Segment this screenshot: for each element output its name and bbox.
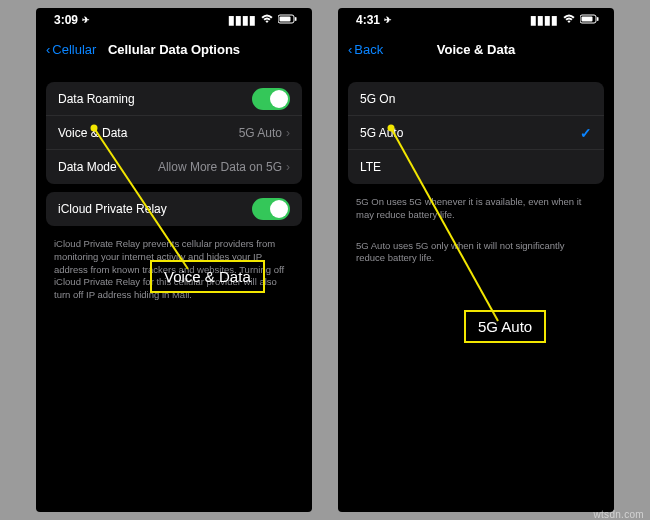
group-private-relay: iCloud Private Relay: [46, 192, 302, 226]
row-label: Data Mode: [58, 160, 117, 174]
footer-text: 5G On uses 5G whenever it is available, …: [338, 192, 614, 232]
row-label: iCloud Private Relay: [58, 202, 167, 216]
wifi-icon: [562, 13, 576, 27]
row-label: 5G On: [360, 92, 395, 106]
battery-icon: [580, 13, 600, 27]
watermark: wtsdn.com: [594, 509, 645, 520]
phone-right: 4:31 ✈︎ ▮▮▮▮ ‹ Back Voice & Data 5G On: [338, 8, 614, 512]
group-cellular-options: Data Roaming Voice & Data 5G Auto › Data…: [46, 82, 302, 184]
status-time: 3:09: [54, 13, 78, 27]
footer-text: 5G Auto uses 5G only when it will not si…: [338, 240, 614, 276]
row-data-roaming[interactable]: Data Roaming: [46, 82, 302, 116]
chevron-left-icon: ‹: [46, 42, 50, 57]
toggle-switch[interactable]: [252, 88, 290, 110]
phone-left: 3:09 ✈︎ ▮▮▮▮ ‹ Cellular Cellular Data Op…: [36, 8, 312, 512]
svg-rect-7: [597, 17, 599, 21]
location-arrow-icon: ✈︎: [82, 15, 90, 25]
callout-5g-auto: 5G Auto: [464, 310, 546, 343]
row-5g-auto[interactable]: 5G Auto ✓: [348, 116, 604, 150]
toggle-switch[interactable]: [252, 198, 290, 220]
row-voice-data[interactable]: Voice & Data 5G Auto ›: [46, 116, 302, 150]
row-value: 5G Auto: [239, 126, 282, 140]
nav-bar: ‹ Back Voice & Data: [338, 32, 614, 66]
row-lte[interactable]: LTE: [348, 150, 604, 184]
back-label: Cellular: [52, 42, 96, 57]
footer-text: iCloud Private Relay prevents cellular p…: [36, 234, 312, 312]
chevron-right-icon: ›: [286, 160, 290, 174]
group-voice-data-options: 5G On 5G Auto ✓ LTE: [348, 82, 604, 184]
location-arrow-icon: ✈︎: [384, 15, 392, 25]
status-bar: 3:09 ✈︎ ▮▮▮▮: [36, 8, 312, 32]
signal-icon: ▮▮▮▮: [530, 13, 558, 27]
wifi-icon: [260, 13, 274, 27]
chevron-left-icon: ‹: [348, 42, 352, 57]
svg-rect-1: [280, 17, 291, 22]
svg-rect-6: [582, 17, 593, 22]
row-label: LTE: [360, 160, 381, 174]
signal-icon: ▮▮▮▮: [228, 13, 256, 27]
checkmark-icon: ✓: [580, 125, 592, 141]
row-label: Voice & Data: [58, 126, 127, 140]
nav-bar: ‹ Cellular Cellular Data Options: [36, 32, 312, 66]
status-time: 4:31: [356, 13, 380, 27]
chevron-right-icon: ›: [286, 126, 290, 140]
row-label: 5G Auto: [360, 126, 403, 140]
row-icloud-private-relay[interactable]: iCloud Private Relay: [46, 192, 302, 226]
back-label: Back: [354, 42, 383, 57]
svg-rect-2: [295, 17, 297, 21]
row-data-mode[interactable]: Data Mode Allow More Data on 5G ›: [46, 150, 302, 184]
back-button[interactable]: ‹ Back: [348, 42, 383, 57]
battery-icon: [278, 13, 298, 27]
row-label: Data Roaming: [58, 92, 135, 106]
status-bar: 4:31 ✈︎ ▮▮▮▮: [338, 8, 614, 32]
row-value: Allow More Data on 5G: [158, 160, 282, 174]
row-5g-on[interactable]: 5G On: [348, 82, 604, 116]
back-button[interactable]: ‹ Cellular: [46, 42, 96, 57]
